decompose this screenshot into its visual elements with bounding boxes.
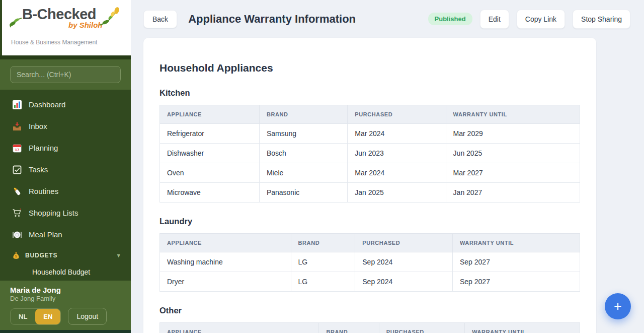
section-laundry: Laundry APPLIANCEBRANDPURCHASEDWARRANTY … bbox=[159, 217, 580, 292]
language-option-en[interactable]: EN bbox=[35, 309, 60, 324]
language-toggle: NL EN bbox=[10, 308, 61, 325]
edit-button[interactable]: Edit bbox=[480, 10, 509, 29]
table-cell: Jun 2023 bbox=[348, 144, 446, 163]
table-row: OvenMieleMar 2024Mar 2027 bbox=[160, 163, 580, 183]
section-kitchen: Kitchen APPLIANCEBRANDPURCHASEDWARRANTY … bbox=[159, 88, 580, 203]
table-cell: Mar 2027 bbox=[446, 163, 580, 183]
main-area: Back Appliance Warranty Information Publ… bbox=[131, 0, 644, 333]
table-cell: Sep 2027 bbox=[452, 272, 580, 292]
sidebar-item-label: Shopping Lists bbox=[29, 209, 78, 217]
section-title: Kitchen bbox=[159, 88, 580, 98]
laundry-table: APPLIANCEBRANDPURCHASEDWARRANTY UNTILWas… bbox=[159, 233, 580, 292]
kitchen-table: APPLIANCEBRANDPURCHASEDWARRANTY UNTILRef… bbox=[159, 105, 580, 203]
sidebar-item-household-budget[interactable]: Household Budget bbox=[0, 263, 131, 281]
table-cell: Microwave bbox=[160, 183, 260, 203]
copy-link-button[interactable]: Copy Link bbox=[517, 10, 565, 29]
table-cell: Sep 2027 bbox=[452, 252, 580, 272]
table-cell: Refrigerator bbox=[160, 124, 260, 144]
sidebar-item-inbox[interactable]: Inbox bbox=[0, 115, 131, 137]
budgets-label: BUDGETS bbox=[25, 252, 57, 259]
calendar-icon: 17 bbox=[12, 143, 22, 153]
table-cell: Mar 2029 bbox=[446, 124, 580, 144]
shopping-cart-icon bbox=[12, 208, 22, 218]
table-cell: Mar 2024 bbox=[348, 163, 446, 183]
table-cell: Mar 2024 bbox=[348, 124, 446, 144]
section-title: Laundry bbox=[159, 217, 580, 226]
sidebar-section-budgets[interactable]: $ BUDGETS ▼ bbox=[0, 247, 131, 263]
column-header: WARRANTY UNTIL bbox=[446, 105, 580, 124]
add-button[interactable]: + bbox=[605, 293, 631, 319]
sidebar-item-tasks[interactable]: Tasks bbox=[0, 159, 131, 180]
sidebar-nav: Dashboard Inbox 17 Planning Ta bbox=[0, 90, 131, 281]
money-bag-icon: $ bbox=[12, 251, 20, 259]
sidebar-item-shopping-lists[interactable]: Shopping Lists bbox=[0, 202, 131, 224]
checkbox-icon bbox=[12, 165, 22, 175]
content-card: Household Appliances Kitchen APPLIANCEBR… bbox=[143, 38, 596, 333]
table-cell: Sep 2024 bbox=[355, 252, 453, 272]
app-logo: B-Checked by Shiloh bbox=[9, 6, 120, 35]
back-button[interactable]: Back bbox=[143, 10, 177, 28]
bar-chart-icon bbox=[12, 100, 22, 110]
user-family: De Jong Family bbox=[10, 295, 121, 302]
column-header: BRAND bbox=[259, 105, 347, 124]
table-row: RefrigeratorSamsungMar 2024Mar 2029 bbox=[160, 124, 580, 144]
column-header: BRAND bbox=[319, 323, 379, 333]
table-cell: Oven bbox=[160, 163, 260, 183]
table-cell: Jan 2027 bbox=[446, 183, 580, 203]
sidebar-item-label: Meal Plan bbox=[29, 230, 62, 239]
table-cell: Washing machine bbox=[160, 252, 291, 272]
column-header: APPLIANCE bbox=[160, 105, 260, 124]
table-cell: Jun 2025 bbox=[446, 144, 580, 163]
language-option-nl[interactable]: NL bbox=[11, 309, 35, 324]
brand-name: B-Checked bbox=[22, 6, 96, 22]
table-cell: Sep 2024 bbox=[355, 272, 453, 292]
other-table: APPLIANCEBRANDPURCHASEDWARRANTY UNTIL bbox=[159, 322, 580, 333]
page-header: Back Appliance Warranty Information Publ… bbox=[131, 0, 644, 38]
user-controls: NL EN Logout bbox=[10, 308, 121, 325]
sidebar-item-label: Tasks bbox=[29, 165, 48, 174]
content-title: Household Appliances bbox=[159, 62, 580, 74]
column-header: WARRANTY UNTIL bbox=[452, 234, 580, 252]
sidebar: B-Checked by Shiloh House & Business Man… bbox=[0, 0, 131, 333]
sidebar-search-band bbox=[0, 59, 131, 90]
table-cell: LG bbox=[291, 272, 355, 292]
sidebar-item-routines[interactable]: Routines bbox=[0, 180, 131, 202]
table-cell: Miele bbox=[259, 163, 347, 183]
sidebar-divider bbox=[0, 55, 131, 59]
column-header: WARRANTY UNTIL bbox=[465, 323, 580, 333]
sidebar-item-label: Routines bbox=[29, 187, 58, 195]
app-tagline: House & Business Management bbox=[11, 39, 97, 46]
sidebar-item-label: Dashboard bbox=[29, 100, 65, 109]
leaf-decoration-icon bbox=[8, 14, 23, 31]
logout-button[interactable]: Logout bbox=[68, 308, 107, 325]
sidebar-item-meal-plan[interactable]: Meal Plan bbox=[0, 224, 131, 245]
table-cell: Jan 2025 bbox=[348, 183, 446, 203]
sidebar-bottom-strip bbox=[0, 330, 131, 333]
plate-cutlery-icon bbox=[12, 230, 22, 240]
sidebar-item-dashboard[interactable]: Dashboard bbox=[0, 94, 131, 115]
column-header: APPLIANCE bbox=[160, 234, 291, 252]
inbox-tray-icon bbox=[12, 121, 22, 131]
table-row: MicrowavePanasonicJan 2025Jan 2027 bbox=[160, 183, 580, 203]
svg-text:17: 17 bbox=[15, 147, 20, 152]
section-other: Other APPLIANCEBRANDPURCHASEDWARRANTY UN… bbox=[159, 306, 580, 333]
table-row: DryerLGSep 2024Sep 2027 bbox=[160, 272, 580, 292]
user-name: Maria de Jong bbox=[10, 286, 121, 294]
table-cell: LG bbox=[291, 252, 355, 272]
table-cell: Bosch bbox=[259, 144, 347, 163]
sidebar-item-label: Planning bbox=[29, 144, 58, 152]
chevron-down-icon[interactable]: ▼ bbox=[116, 252, 122, 258]
status-badge: Published bbox=[428, 13, 472, 25]
table-cell: Dryer bbox=[160, 272, 291, 292]
sidebar-item-label: Inbox bbox=[29, 122, 47, 130]
column-header: PURCHASED bbox=[348, 105, 446, 124]
table-cell: Samsung bbox=[259, 124, 347, 144]
page-title: Appliance Warranty Information bbox=[188, 13, 356, 26]
sidebar-item-planning[interactable]: 17 Planning bbox=[0, 137, 131, 159]
table-cell: Panasonic bbox=[259, 183, 347, 203]
stop-sharing-button[interactable]: Stop Sharing bbox=[573, 10, 630, 29]
app-logo-area: B-Checked by Shiloh House & Business Man… bbox=[0, 0, 131, 55]
table-row: DishwasherBoschJun 2023Jun 2025 bbox=[160, 144, 580, 163]
sub-item-label: Household Budget bbox=[32, 268, 90, 276]
search-input[interactable] bbox=[10, 66, 121, 83]
